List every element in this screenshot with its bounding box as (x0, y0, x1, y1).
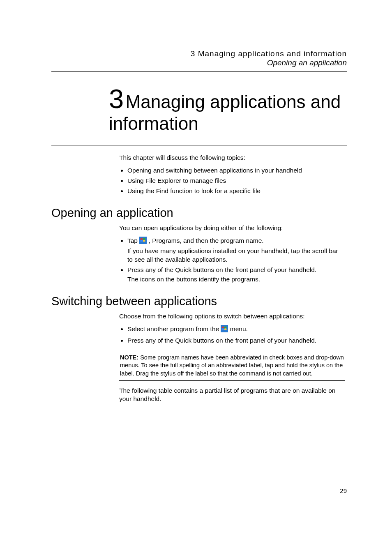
intro-bullet: Using the Find function to look for a sp… (127, 187, 345, 196)
page-number: 29 (340, 487, 347, 494)
chapter-intro: This chapter will discuss the following … (119, 154, 345, 196)
switching-select-pre: Select another program from the (127, 325, 221, 332)
opening-tap-sub: If you have many applications installed … (127, 247, 345, 264)
intro-bullet: Opening and switching between applicatio… (127, 166, 345, 175)
section-heading-switching: Switching between applications (51, 295, 347, 308)
switching-bullet-press: Press any of the Quick buttons on the fr… (127, 336, 345, 345)
intro-lead: This chapter will discuss the following … (119, 154, 345, 162)
switching-lead: Choose from the following options to swi… (119, 312, 345, 321)
section-switching-body: Choose from the following options to swi… (119, 312, 345, 403)
section-opening-body: You can open applications by doing eithe… (119, 224, 345, 284)
opening-bullet-list: Tap , Programs, and then the program nam… (119, 237, 345, 284)
note-box: NOTE: Some program names have been abbre… (119, 351, 345, 381)
intro-bullet-list: Opening and switching between applicatio… (119, 166, 345, 196)
running-header: 3 Managing applications and information … (51, 49, 347, 67)
opening-bullet-press: Press any of the Quick buttons on the fr… (127, 266, 345, 284)
section-heading-opening: Opening an application (51, 206, 347, 220)
opening-bullet-tap: Tap , Programs, and then the program nam… (127, 237, 345, 265)
header-chapter-line: 3 Managing applications and information (51, 49, 347, 58)
start-flag-icon (139, 237, 147, 246)
note-text: Some program names have been abbreviated… (120, 354, 344, 377)
header-section-line: Opening an application (51, 58, 347, 67)
chapter-title-text: Managing applications and information (109, 92, 341, 134)
opening-press-text: Press any of the Quick buttons on the fr… (127, 266, 316, 273)
chapter-number: 3 (109, 84, 124, 114)
opening-lead: You can open applications by doing eithe… (119, 224, 345, 233)
start-flag-icon (221, 325, 228, 335)
switching-bullet-select: Select another program from the menu. (127, 325, 345, 335)
chapter-title: 3 Managing applications and information (51, 84, 347, 145)
switching-bullet-list: Select another program from the menu. Pr… (119, 325, 345, 345)
closing-paragraph: The following table contains a partial l… (119, 387, 345, 404)
header-rule (51, 71, 347, 72)
opening-press-sub: The icons on the buttons identify the pr… (127, 275, 345, 284)
opening-tap-post: , Programs, and then the program name. (149, 237, 264, 244)
note-label: NOTE: (120, 354, 138, 361)
intro-bullet: Using File Explorer to manage files (127, 177, 345, 185)
document-page: 3 Managing applications and information … (0, 0, 392, 555)
opening-tap-pre: Tap (127, 237, 139, 244)
footer-rule (51, 485, 347, 485)
switching-select-post: menu. (230, 325, 248, 332)
